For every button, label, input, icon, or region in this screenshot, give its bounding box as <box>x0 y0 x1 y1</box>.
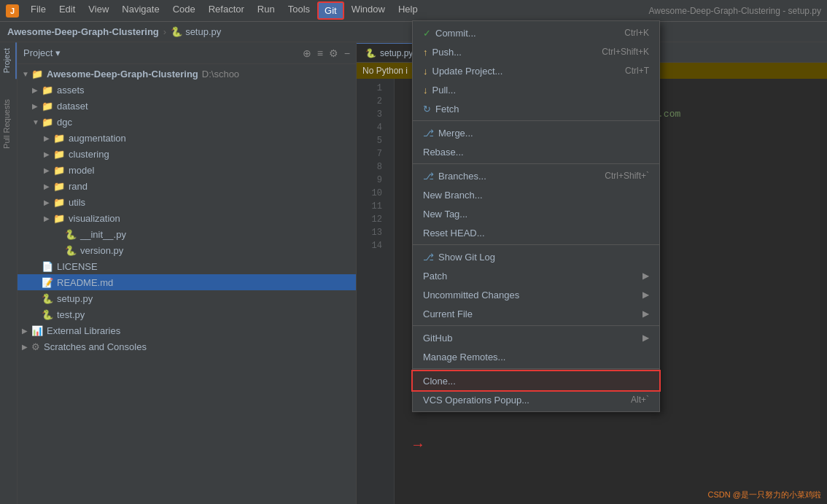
menu-item-branches[interactable]: ⎇ Branches... Ctrl+Shift+` <box>413 166 659 185</box>
branches-icon: ⎇ <box>423 171 434 182</box>
ver-icon: 🐍 <box>65 245 77 256</box>
menu-file[interactable]: File <box>25 1 52 20</box>
menu-git[interactable]: Git <box>317 1 344 20</box>
dataset-folder-icon: 📁 <box>42 101 53 112</box>
menu-tools[interactable]: Tools <box>282 1 316 20</box>
tree-scratches[interactable]: ▶ ⚙ Scratches and Consoles <box>18 338 356 354</box>
init-name: __init__.py <box>80 229 126 240</box>
menu-item-show-git-log[interactable]: ⎇ Show Git Log <box>413 247 659 266</box>
tree-test[interactable]: ▶ 🐍 test.py <box>18 306 356 322</box>
tree-model[interactable]: ▶ 📁 model <box>18 162 356 178</box>
root-path: D:\schoo <box>202 69 239 80</box>
clust-arrow: ▶ <box>44 150 51 158</box>
tree-dgc[interactable]: ▼ 📁 dgc <box>18 114 356 130</box>
tree-utils[interactable]: ▶ 📁 utils <box>18 194 356 210</box>
aug-name: augmentation <box>69 133 126 144</box>
init-icon: 🐍 <box>65 229 77 240</box>
merge-icon: ⎇ <box>423 128 434 139</box>
menu-item-commit[interactable]: ✓ Commit... Ctrl+K <box>413 23 659 42</box>
toolbar-settings-btn[interactable]: ⚙ <box>329 47 338 59</box>
tree-external[interactable]: ▶ 📊 External Libraries <box>18 322 356 338</box>
rand-arrow: ▶ <box>44 182 51 190</box>
update-icon: ↓ <box>423 66 428 77</box>
separator-4 <box>413 325 659 326</box>
menu-item-rebase[interactable]: Rebase... <box>413 142 659 161</box>
toolbar-minimize-btn[interactable]: − <box>344 47 350 59</box>
tree-augmentation[interactable]: ▶ 📁 augmentation <box>18 130 356 146</box>
app-icon: J <box>6 4 19 18</box>
dataset-name: dataset <box>57 101 88 112</box>
tree-readme[interactable]: ▶ 📝 README.md <box>18 274 356 290</box>
menu-item-clone[interactable]: Clone... <box>413 371 659 390</box>
ln-1: 1 <box>357 82 382 95</box>
menu-item-merge[interactable]: ⎇ Merge... <box>413 123 659 142</box>
menu-code[interactable]: Code <box>167 1 201 20</box>
vertical-tabs: Project Pull Requests <box>0 42 18 504</box>
menu-item-pull[interactable]: ↓ Pull... <box>413 80 659 99</box>
breadcrumb-file[interactable]: setup.py <box>185 26 221 37</box>
uncommitted-label: Uncommitted Changes <box>423 290 519 301</box>
github-submenu-arrow: ▶ <box>642 333 649 343</box>
menu-item-fetch[interactable]: ↻ Fetch <box>413 99 659 118</box>
menu-item-uncommitted[interactable]: Uncommitted Changes ▶ <box>413 285 659 304</box>
commit-label: Commit... <box>435 28 476 39</box>
dgc-folder-icon: 📁 <box>42 117 53 128</box>
menu-refactor[interactable]: Refactor <box>203 1 250 20</box>
root-name: Awesome-Deep-Graph-Clustering <box>47 69 198 80</box>
rebase-label: Rebase... <box>423 147 464 158</box>
tree-root[interactable]: ▼ 📁 Awesome-Deep-Graph-Clustering D:\sch… <box>18 66 356 82</box>
branches-label: Branches... <box>438 171 486 182</box>
menu-item-github[interactable]: GitHub ▶ <box>413 328 659 347</box>
tree-version[interactable]: ▶ 🐍 version.py <box>18 242 356 258</box>
tree-license[interactable]: ▶ 📄 LICENSE <box>18 258 356 274</box>
tree-init[interactable]: ▶ 🐍 __init__.py <box>18 226 356 242</box>
clone-label: Clone... <box>423 376 456 387</box>
commit-icon: ✓ <box>423 28 431 39</box>
ln-12: 12 <box>357 213 382 226</box>
tree-assets[interactable]: ▶ 📁 assets <box>18 82 356 98</box>
menu-item-new-tag[interactable]: New Tag... <box>413 204 659 223</box>
separator-5 <box>413 368 659 369</box>
menu-item-update[interactable]: ↓ Update Project... Ctrl+T <box>413 61 659 80</box>
toolbar-sort-btn[interactable]: ≡ <box>317 47 323 59</box>
merge-label: Merge... <box>438 128 473 139</box>
patch-label: Patch <box>423 271 447 282</box>
breadcrumb-project[interactable]: Awesome-Deep-Graph-Clustering <box>7 26 159 37</box>
rebase-left: Rebase... <box>423 147 464 158</box>
menu-item-reset-head[interactable]: Reset HEAD... <box>413 223 659 242</box>
fetch-icon: ↻ <box>423 104 431 115</box>
sidebar-project-tab[interactable]: Project <box>0 42 17 79</box>
rand-name: rand <box>69 181 88 192</box>
toolbar-add-btn[interactable]: ⊕ <box>303 47 311 59</box>
lic-name: LICENSE <box>57 261 98 272</box>
sidebar-pull-requests-tab[interactable]: Pull Requests <box>0 93 17 155</box>
menu-window[interactable]: Window <box>346 1 391 20</box>
menu-navigate[interactable]: Navigate <box>116 1 165 20</box>
tree-visualization[interactable]: ▶ 📁 visualization <box>18 210 356 226</box>
tree-dataset[interactable]: ▶ 📁 dataset <box>18 98 356 114</box>
model-folder-icon: 📁 <box>53 165 65 176</box>
lic-icon: 📄 <box>42 261 53 272</box>
tree-setup[interactable]: ▶ 🐍 setup.py <box>18 290 356 306</box>
vis-folder-icon: 📁 <box>53 213 65 224</box>
menu-item-push[interactable]: ↑ Push... Ctrl+Shift+K <box>413 42 659 61</box>
menu-item-new-branch[interactable]: New Branch... <box>413 185 659 204</box>
menu-item-current-file[interactable]: Current File ▶ <box>413 304 659 323</box>
watermark: CSDN @是一只努力的小菜鸡啦 <box>708 489 821 500</box>
menu-item-vcs-popup[interactable]: VCS Operations Popup... Alt+` <box>413 390 659 409</box>
pull-icon: ↓ <box>423 85 428 96</box>
menu-run[interactable]: Run <box>252 1 281 20</box>
vcs-popup-label: VCS Operations Popup... <box>423 395 529 406</box>
commit-shortcut: Ctrl+K <box>624 28 649 38</box>
uncommitted-submenu-arrow: ▶ <box>642 290 649 300</box>
menu-item-patch[interactable]: Patch ▶ <box>413 266 659 285</box>
tree-rand[interactable]: ▶ 📁 rand <box>18 178 356 194</box>
ext-name: External Libraries <box>47 325 120 336</box>
menu-edit[interactable]: Edit <box>53 1 81 20</box>
menu-view[interactable]: View <box>82 1 114 20</box>
tree-clustering[interactable]: ▶ 📁 clustering <box>18 146 356 162</box>
menu-help[interactable]: Help <box>392 1 424 20</box>
menu-item-manage-remotes[interactable]: Manage Remotes... <box>413 347 659 366</box>
push-icon: ↑ <box>423 47 428 58</box>
update-left: ↓ Update Project... <box>423 66 502 77</box>
